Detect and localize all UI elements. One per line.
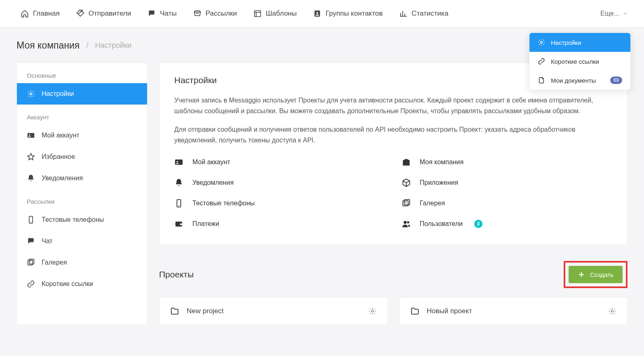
link-payments[interactable]: Платежи <box>174 215 385 233</box>
tag-icon <box>76 9 84 18</box>
nav-contact-groups[interactable]: Группы контактов <box>305 0 391 27</box>
home-icon <box>21 9 29 18</box>
sidebar-section-broadcasts: Рассылки <box>17 189 147 209</box>
plus-icon <box>578 271 585 278</box>
settings-description-2: Для отправки сообщений и получения ответ… <box>174 124 612 145</box>
sidebar: Основные Настройки Аккаунт Мой аккаунт И… <box>16 63 148 325</box>
nav-templates[interactable]: Шаблоны <box>245 0 305 27</box>
breadcrumb-company[interactable]: Моя компания <box>16 40 80 51</box>
phone-icon <box>27 216 35 224</box>
project-card[interactable]: New project <box>159 297 388 325</box>
gear-icon[interactable] <box>608 307 616 315</box>
breadcrumb-separator: / <box>86 41 89 50</box>
link-gallery[interactable]: Галерея <box>402 195 613 212</box>
gear-icon[interactable] <box>368 307 377 315</box>
link-notifications[interactable]: Уведомления <box>174 174 385 191</box>
box-icon <box>402 178 411 187</box>
settings-card: Настройки Учетная запись в Messaggio исп… <box>159 63 628 244</box>
sidebar-item-gallery[interactable]: Галерея <box>17 252 147 273</box>
link-applications[interactable]: Приложения <box>402 174 613 191</box>
dropdown-my-documents[interactable]: Мои документы69 <box>529 71 630 90</box>
sidebar-section-main: Основные <box>17 63 147 83</box>
idcard-icon <box>174 158 183 167</box>
gear-icon <box>538 39 545 46</box>
chat-icon <box>148 9 156 18</box>
settings-description-1: Учетная запись в Messaggio использует Пр… <box>174 95 612 116</box>
link-icon <box>27 280 35 288</box>
stats-icon <box>399 9 407 18</box>
company-icon <box>402 158 411 167</box>
nav-senders[interactable]: Отправители <box>68 0 140 27</box>
link-icon <box>538 58 545 65</box>
folder-icon <box>410 307 419 316</box>
create-highlight: Создать <box>564 261 628 288</box>
nav-statistics[interactable]: Статистика <box>391 0 457 27</box>
sidebar-item-settings[interactable]: Настройки <box>17 83 147 105</box>
folder-icon <box>170 307 179 316</box>
main-content: Настройки Учетная запись в Messaggio исп… <box>159 63 628 325</box>
settings-links-grid: Мой аккаунт Моя компания Уведомления При… <box>174 154 612 233</box>
projects-grid: New project Новый проект <box>159 297 628 325</box>
inbox-icon <box>193 9 201 18</box>
top-navigation: Главная Отправители Чаты Рассылки Шаблон… <box>0 0 644 28</box>
contacts-icon <box>313 9 321 18</box>
documents-count-badge: 69 <box>610 77 622 84</box>
link-test-phones[interactable]: Тестовые телефоны <box>174 195 385 212</box>
star-icon <box>27 153 35 161</box>
bell-icon <box>174 178 183 187</box>
nav-broadcasts[interactable]: Рассылки <box>185 0 245 27</box>
wallet-icon <box>174 219 183 228</box>
create-project-button[interactable]: Создать <box>569 266 623 283</box>
dropdown-short-links[interactable]: Короткие ссылки <box>529 52 630 71</box>
project-card[interactable]: Новый проект <box>399 297 628 325</box>
users-icon <box>402 219 411 228</box>
more-dropdown: Настройки Короткие ссылки Мои документы6… <box>529 33 630 90</box>
bell-icon <box>27 174 35 182</box>
dropdown-settings[interactable]: Настройки <box>529 33 630 52</box>
sidebar-item-test-phones[interactable]: Тестовые телефоны <box>17 209 147 230</box>
project-name: Новый проект <box>427 307 601 315</box>
sidebar-item-notifications[interactable]: Уведомления <box>17 168 147 189</box>
gallery-icon <box>402 199 411 208</box>
idcard-icon <box>27 131 35 140</box>
chat-icon <box>27 237 35 245</box>
link-users[interactable]: Пользователи3 <box>402 215 613 233</box>
doc-icon <box>538 77 545 84</box>
phone-icon <box>174 199 183 208</box>
projects-header: Проекты Создать <box>159 261 628 288</box>
breadcrumb-page: Настройки <box>95 41 131 50</box>
gear-icon <box>27 90 35 98</box>
sidebar-item-short-links[interactable]: Короткие ссылки <box>17 273 147 295</box>
sidebar-item-favorites[interactable]: Избранное <box>17 146 147 168</box>
nav-home[interactable]: Главная <box>12 0 68 27</box>
project-name: New project <box>187 307 361 315</box>
users-count-badge: 3 <box>474 220 482 228</box>
sidebar-section-account: Аккаунт <box>17 105 147 125</box>
template-icon <box>253 9 262 18</box>
nav-more[interactable]: Еще... <box>596 10 632 17</box>
sidebar-item-chat[interactable]: Чат <box>17 230 147 252</box>
gallery-icon <box>27 258 35 267</box>
nav-chats[interactable]: Чаты <box>139 0 185 27</box>
projects-title: Проекты <box>159 270 194 279</box>
chevron-down-icon <box>623 11 628 16</box>
sidebar-item-my-account[interactable]: Мой аккаунт <box>17 125 147 146</box>
link-my-account[interactable]: Мой аккаунт <box>174 154 385 171</box>
link-my-company[interactable]: Моя компания <box>402 154 613 171</box>
